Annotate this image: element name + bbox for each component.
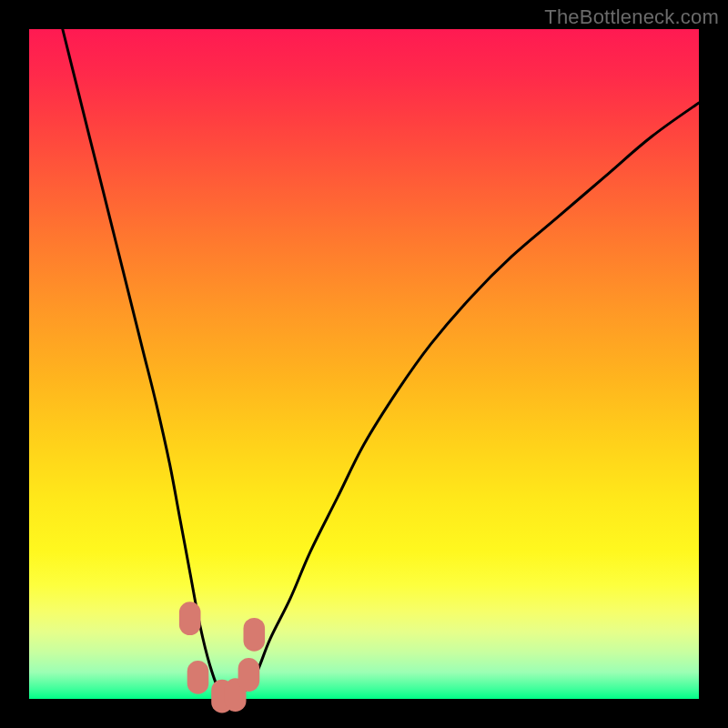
curve-marker: [238, 658, 260, 692]
curve-marker: [179, 602, 201, 635]
plot-area: [29, 29, 699, 699]
curve-marker: [187, 661, 209, 694]
curve-svg: [29, 29, 699, 699]
chart-container: TheBottleneck.com: [0, 0, 728, 728]
bottleneck-curve: [63, 29, 699, 699]
curve-marker: [244, 618, 266, 652]
watermark-text: TheBottleneck.com: [544, 5, 719, 29]
markers-group: [179, 602, 265, 713]
